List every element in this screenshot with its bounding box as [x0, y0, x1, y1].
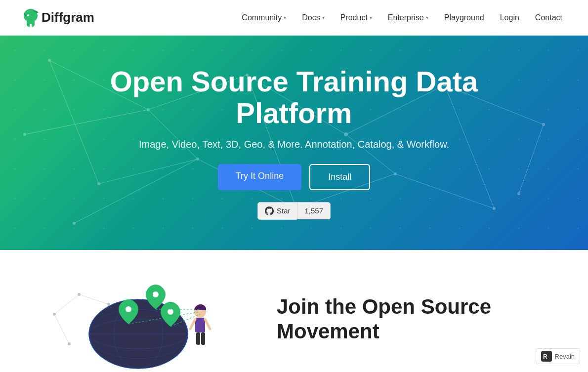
github-icon: [265, 207, 274, 215]
nav-item-playground[interactable]: Playground: [438, 10, 490, 25]
try-it-online-button[interactable]: Try It Online: [218, 164, 301, 190]
nav-item-login[interactable]: Login: [494, 10, 525, 25]
logo-icon: [20, 7, 42, 29]
svg-rect-42: [195, 318, 205, 332]
install-button[interactable]: Install: [309, 164, 370, 190]
nav-item-contact[interactable]: Contact: [529, 10, 568, 25]
nav-links: Community ▾ Docs ▾ Product ▾ Enterprise …: [236, 10, 568, 25]
github-star-button[interactable]: Star: [257, 202, 297, 220]
svg-point-15: [48, 59, 51, 62]
hero-buttons: Try It Online Install: [218, 164, 370, 190]
chevron-down-icon: ▾: [426, 15, 428, 20]
lower-illustration: [40, 270, 247, 369]
lower-text: Join the Open Source Movement: [277, 294, 548, 344]
hero-subtitle: Image, Video, Text, 3D, Geo, & More. Ann…: [139, 139, 449, 150]
nav-item-community[interactable]: Community ▾: [236, 10, 292, 25]
svg-point-38: [126, 306, 131, 312]
svg-point-39: [153, 291, 159, 297]
svg-rect-43: [196, 332, 200, 345]
chevron-down-icon: ▾: [322, 15, 325, 20]
nav-item-docs[interactable]: Docs ▾: [296, 10, 330, 25]
github-star-widget: Star 1,557: [257, 202, 331, 220]
svg-text:R: R: [543, 353, 547, 360]
svg-point-31: [73, 222, 76, 225]
svg-rect-44: [201, 332, 205, 345]
chevron-down-icon: ▾: [284, 15, 286, 20]
svg-point-51: [53, 313, 56, 316]
svg-point-28: [23, 133, 26, 136]
lower-title: Join the Open Source Movement: [277, 294, 548, 344]
svg-point-54: [107, 303, 110, 306]
svg-point-53: [68, 342, 71, 345]
logo-text: Diffgram: [42, 10, 94, 25]
revain-label: Revain: [555, 353, 575, 360]
github-star-count: 1,557: [297, 202, 331, 219]
navbar: Diffgram Community ▾ Docs ▾ Product ▾ En…: [0, 0, 588, 36]
svg-line-48: [54, 294, 79, 314]
svg-point-52: [78, 293, 81, 296]
lower-section: Join the Open Source Movement: [0, 250, 588, 372]
svg-point-0: [27, 14, 29, 16]
svg-line-49: [54, 314, 69, 344]
nav-item-enterprise[interactable]: Enterprise ▾: [382, 10, 434, 25]
svg-line-50: [79, 294, 109, 304]
logo-link[interactable]: Diffgram: [20, 7, 94, 29]
chevron-down-icon: ▾: [370, 15, 372, 20]
svg-point-40: [168, 309, 173, 315]
hero-title: Open Source Training Data Platform: [72, 66, 516, 129]
hero-content: Open Source Training Data Platform Image…: [62, 66, 526, 220]
illustration-svg: [49, 265, 237, 372]
nav-item-product[interactable]: Product ▾: [335, 10, 378, 25]
revain-icon: R: [541, 351, 552, 362]
hero-section: Open Source Training Data Platform Image…: [0, 36, 588, 250]
revain-badge: R Revain: [536, 348, 580, 364]
github-star-label: Star: [277, 207, 291, 215]
